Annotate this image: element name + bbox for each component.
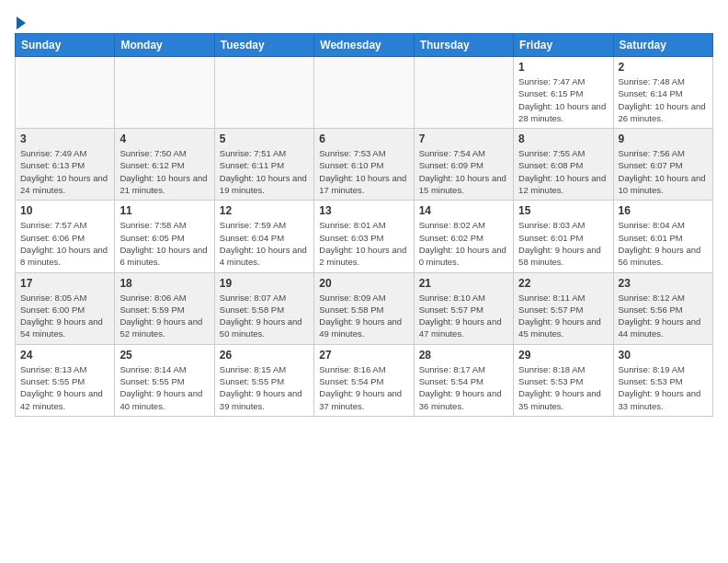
day-info: Sunrise: 7:54 AM Sunset: 6:09 PM Dayligh… [419,147,508,196]
day-number: 9 [619,132,708,145]
calendar-cell: 18Sunrise: 8:06 AM Sunset: 5:59 PM Dayli… [115,272,214,344]
calendar-cell: 28Sunrise: 8:17 AM Sunset: 5:54 PM Dayli… [414,344,513,416]
calendar-cell: 15Sunrise: 8:03 AM Sunset: 6:01 PM Dayli… [514,201,613,272]
day-info: Sunrise: 8:10 AM Sunset: 5:57 PM Dayligh… [419,292,508,340]
page-header [15,15,713,26]
logo-arrow-icon [17,17,26,29]
day-info: Sunrise: 8:11 AM Sunset: 5:57 PM Dayligh… [518,292,608,340]
day-info: Sunrise: 8:04 AM Sunset: 6:01 PM Dayligh… [619,219,708,268]
calendar-cell [314,57,414,129]
day-number: 26 [220,349,309,362]
day-number: 19 [220,277,309,290]
day-number: 10 [20,204,109,217]
calendar-cell: 1Sunrise: 7:47 AM Sunset: 6:15 PM Daylig… [514,57,613,129]
weekday-label: Wednesday [314,34,414,57]
day-number: 20 [319,277,408,290]
weekday-label: Monday [115,34,214,57]
day-number: 7 [419,132,508,145]
day-number: 2 [619,61,708,74]
calendar-cell [414,57,513,129]
day-info: Sunrise: 8:15 AM Sunset: 5:55 PM Dayligh… [220,363,309,412]
weekday-label: Sunday [16,34,115,57]
day-number: 30 [619,349,708,362]
calendar-cell: 21Sunrise: 8:10 AM Sunset: 5:57 PM Dayli… [414,272,513,344]
weekday-label: Friday [514,34,613,57]
day-number: 6 [319,132,408,145]
day-info: Sunrise: 8:18 AM Sunset: 5:53 PM Dayligh… [518,363,608,412]
day-number: 15 [518,204,608,217]
calendar-cell: 23Sunrise: 8:12 AM Sunset: 5:56 PM Dayli… [613,272,712,344]
day-number: 12 [220,204,309,217]
calendar-week-row: 1Sunrise: 7:47 AM Sunset: 6:15 PM Daylig… [16,57,713,129]
day-number: 25 [119,349,209,362]
day-number: 18 [119,277,209,290]
calendar-cell: 5Sunrise: 7:51 AM Sunset: 6:11 PM Daylig… [214,129,313,201]
calendar-week-row: 24Sunrise: 8:13 AM Sunset: 5:55 PM Dayli… [16,344,713,416]
calendar-cell: 22Sunrise: 8:11 AM Sunset: 5:57 PM Dayli… [514,272,613,344]
calendar-cell: 20Sunrise: 8:09 AM Sunset: 5:58 PM Dayli… [314,272,414,344]
calendar-cell: 8Sunrise: 7:55 AM Sunset: 6:08 PM Daylig… [514,129,613,201]
day-number: 11 [119,204,209,217]
day-number: 14 [419,204,508,217]
day-info: Sunrise: 8:13 AM Sunset: 5:55 PM Dayligh… [20,363,109,412]
day-number: 28 [419,349,508,362]
calendar-cell: 11Sunrise: 7:58 AM Sunset: 6:05 PM Dayli… [115,201,214,272]
calendar-cell: 30Sunrise: 8:19 AM Sunset: 5:53 PM Dayli… [613,344,712,416]
day-info: Sunrise: 8:03 AM Sunset: 6:01 PM Dayligh… [518,219,608,268]
calendar-cell: 9Sunrise: 7:56 AM Sunset: 6:07 PM Daylig… [613,129,712,201]
day-info: Sunrise: 7:59 AM Sunset: 6:04 PM Dayligh… [220,219,309,268]
calendar-cell: 19Sunrise: 8:07 AM Sunset: 5:58 PM Dayli… [214,272,313,344]
calendar-cell: 16Sunrise: 8:04 AM Sunset: 6:01 PM Dayli… [613,201,712,272]
day-number: 21 [419,277,508,290]
day-number: 8 [518,132,608,145]
calendar-cell: 14Sunrise: 8:02 AM Sunset: 6:02 PM Dayli… [414,201,513,272]
weekday-header-row: SundayMondayTuesdayWednesdayThursdayFrid… [16,34,713,57]
weekday-label: Thursday [414,34,513,57]
day-info: Sunrise: 7:53 AM Sunset: 6:10 PM Dayligh… [319,147,408,196]
day-number: 4 [119,132,209,145]
calendar-cell: 25Sunrise: 8:14 AM Sunset: 5:55 PM Dayli… [115,344,214,416]
calendar-cell: 10Sunrise: 7:57 AM Sunset: 6:06 PM Dayli… [16,201,115,272]
calendar-cell: 24Sunrise: 8:13 AM Sunset: 5:55 PM Dayli… [16,344,115,416]
day-info: Sunrise: 7:55 AM Sunset: 6:08 PM Dayligh… [518,147,608,196]
day-number: 29 [518,349,608,362]
day-number: 13 [319,204,408,217]
day-info: Sunrise: 8:14 AM Sunset: 5:55 PM Dayligh… [119,363,209,412]
day-info: Sunrise: 8:06 AM Sunset: 5:59 PM Dayligh… [119,292,209,340]
day-number: 5 [220,132,309,145]
day-info: Sunrise: 7:51 AM Sunset: 6:11 PM Dayligh… [220,147,309,196]
day-number: 17 [20,277,109,290]
day-info: Sunrise: 8:05 AM Sunset: 6:00 PM Dayligh… [20,292,109,340]
weekday-label: Saturday [613,34,712,57]
calendar-table: SundayMondayTuesdayWednesdayThursdayFrid… [15,33,713,417]
day-info: Sunrise: 8:02 AM Sunset: 6:02 PM Dayligh… [419,219,508,268]
calendar-cell: 13Sunrise: 8:01 AM Sunset: 6:03 PM Dayli… [314,201,414,272]
calendar-cell: 4Sunrise: 7:50 AM Sunset: 6:12 PM Daylig… [115,129,214,201]
day-info: Sunrise: 8:07 AM Sunset: 5:58 PM Dayligh… [220,292,309,340]
calendar-week-row: 3Sunrise: 7:49 AM Sunset: 6:13 PM Daylig… [16,129,713,201]
calendar-body: 1Sunrise: 7:47 AM Sunset: 6:15 PM Daylig… [16,57,713,417]
day-info: Sunrise: 7:47 AM Sunset: 6:15 PM Dayligh… [518,75,608,124]
day-info: Sunrise: 7:48 AM Sunset: 6:14 PM Dayligh… [619,75,708,124]
day-number: 3 [20,132,109,145]
day-info: Sunrise: 7:58 AM Sunset: 6:05 PM Dayligh… [119,219,209,268]
calendar-cell: 3Sunrise: 7:49 AM Sunset: 6:13 PM Daylig… [16,129,115,201]
calendar-cell: 27Sunrise: 8:16 AM Sunset: 5:54 PM Dayli… [314,344,414,416]
calendar-cell: 6Sunrise: 7:53 AM Sunset: 6:10 PM Daylig… [314,129,414,201]
day-info: Sunrise: 8:19 AM Sunset: 5:53 PM Dayligh… [619,363,708,412]
calendar-cell: 7Sunrise: 7:54 AM Sunset: 6:09 PM Daylig… [414,129,513,201]
day-info: Sunrise: 7:57 AM Sunset: 6:06 PM Dayligh… [20,219,109,268]
day-info: Sunrise: 8:16 AM Sunset: 5:54 PM Dayligh… [319,363,408,412]
calendar-cell [16,57,115,129]
calendar-cell: 26Sunrise: 8:15 AM Sunset: 5:55 PM Dayli… [214,344,313,416]
day-info: Sunrise: 7:50 AM Sunset: 6:12 PM Dayligh… [119,147,209,196]
calendar-cell [214,57,313,129]
day-info: Sunrise: 8:01 AM Sunset: 6:03 PM Dayligh… [319,219,408,268]
day-number: 23 [619,277,708,290]
calendar-cell: 29Sunrise: 8:18 AM Sunset: 5:53 PM Dayli… [514,344,613,416]
day-info: Sunrise: 7:56 AM Sunset: 6:07 PM Dayligh… [619,147,708,196]
calendar-week-row: 17Sunrise: 8:05 AM Sunset: 6:00 PM Dayli… [16,272,713,344]
day-number: 16 [619,204,708,217]
calendar-cell: 12Sunrise: 7:59 AM Sunset: 6:04 PM Dayli… [214,201,313,272]
day-info: Sunrise: 8:09 AM Sunset: 5:58 PM Dayligh… [319,292,408,340]
